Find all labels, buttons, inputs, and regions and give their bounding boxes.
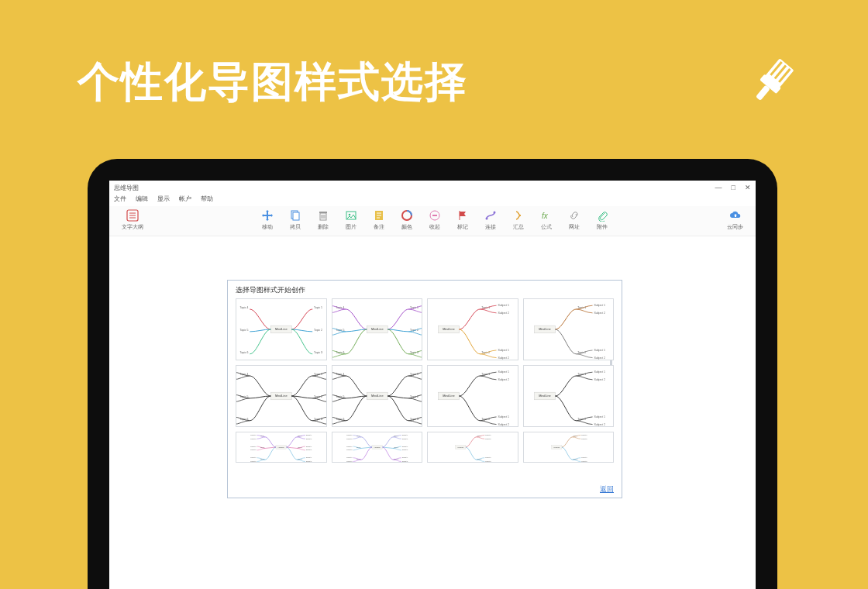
svg-text:Subject 1: Subject 1 [250, 434, 256, 436]
color-button[interactable]: 颜色 [396, 209, 418, 231]
cloud-sync-button[interactable]: 云同步 [722, 209, 748, 231]
collapse-icon [429, 209, 441, 222]
mark-button[interactable]: 标记 [452, 209, 474, 231]
template-thumb-1[interactable]: MindLineTopic 1Subject 1Subject 2Topic 2… [332, 298, 423, 360]
svg-text:Subject 2: Subject 2 [594, 423, 604, 426]
template-thumb-7[interactable]: MindLineTopic 1Subject 1Subject 2Topic 2… [523, 365, 615, 427]
svg-text:MindLine: MindLine [275, 394, 288, 398]
svg-rect-11 [293, 212, 299, 220]
formula-icon: fx [540, 209, 553, 222]
tb-label: 公式 [541, 223, 552, 231]
style-picker-dialog: 选择导图样式开始创作 MindLineTopic 1Topic 2Topic 3… [227, 280, 622, 498]
note-button[interactable]: 备注 [368, 209, 390, 231]
template-thumb-11[interactable]: MindLineTopic 1Subject 1Subject 2Topic 2… [523, 432, 615, 463]
menu-file[interactable]: 文件 [114, 195, 126, 203]
svg-text:Subject 2: Subject 2 [250, 449, 256, 450]
svg-text:Subject 2: Subject 2 [594, 356, 604, 360]
palette-icon [401, 209, 413, 222]
template-thumb-2[interactable]: MindLineTopic 1Subject 1Subject 2Topic 2… [427, 298, 518, 360]
template-thumb-0[interactable]: MindLineTopic 1Topic 2Topic 3Topic 4Topi… [236, 298, 327, 360]
tb-label: 移动 [262, 223, 273, 231]
maximize-button[interactable]: □ [732, 184, 735, 191]
menu-account[interactable]: 帐户 [179, 195, 191, 203]
svg-text:Subject 2: Subject 2 [346, 449, 352, 450]
template-thumb-10[interactable]: MindLineTopic 1Subject 1Subject 2Topic 2… [427, 432, 518, 463]
svg-text:Subject 1: Subject 1 [498, 349, 508, 352]
image-button[interactable]: 图片 [340, 209, 362, 231]
attach-icon [596, 209, 608, 222]
svg-point-18 [349, 214, 351, 216]
svg-text:Subject 1: Subject 1 [250, 456, 256, 458]
svg-point-27 [486, 218, 488, 220]
outline-button[interactable]: 文字大纲 [117, 209, 148, 231]
tb-label: 标记 [457, 223, 468, 231]
summary-icon [512, 209, 525, 222]
canvas-area: 选择导图样式开始创作 MindLineTopic 1Topic 2Topic 3… [109, 236, 756, 589]
svg-text:Subject 1: Subject 1 [498, 370, 508, 374]
template-thumb-5[interactable]: MindLineTopic 1Subject 1Subject 2Topic 2… [332, 365, 423, 427]
menubar: 文件 编辑 显示 帐户 帮助 [109, 193, 756, 206]
url-button[interactable]: 网址 [563, 209, 585, 231]
collapse-button[interactable]: 收起 [424, 209, 446, 231]
template-thumb-4[interactable]: MindLineTopic 1Subject 1Subject 2Topic 2… [236, 365, 327, 427]
attach-button[interactable]: 附件 [591, 209, 613, 231]
delete-button[interactable]: 删除 [312, 209, 334, 231]
tb-label: 附件 [597, 223, 608, 231]
formula-button[interactable]: fx公式 [536, 209, 557, 231]
menu-edit[interactable]: 编辑 [136, 195, 148, 203]
svg-text:MindLine: MindLine [370, 328, 383, 331]
svg-text:Topic 4: Topic 4 [239, 306, 248, 309]
move-icon [261, 209, 274, 222]
svg-text:MindLine: MindLine [539, 394, 551, 398]
svg-text:Subject 2: Subject 2 [498, 378, 508, 381]
svg-text:Topic 1: Topic 1 [314, 306, 322, 309]
copy-icon [289, 209, 301, 222]
svg-text:Subject 1: Subject 1 [594, 415, 604, 418]
svg-point-28 [494, 212, 496, 214]
connect-button[interactable]: 连接 [480, 209, 501, 231]
svg-text:MindLine: MindLine [443, 328, 455, 331]
connect-icon [484, 209, 497, 222]
tb-label: 网址 [569, 223, 580, 231]
menu-help[interactable]: 帮助 [201, 195, 213, 203]
svg-text:Subject 2: Subject 2 [498, 423, 508, 426]
template-thumb-9[interactable]: MindLineTopic 1Subject 1Subject 2Topic 2… [332, 432, 423, 463]
svg-text:MindLine: MindLine [370, 394, 383, 398]
svg-rect-5 [756, 85, 770, 101]
menu-view[interactable]: 显示 [157, 195, 170, 203]
template-thumb-6[interactable]: MindLineTopic 1Subject 1Subject 2Topic 2… [427, 365, 518, 427]
copy-button[interactable]: 拷贝 [284, 209, 306, 231]
svg-text:Subject 2: Subject 2 [250, 438, 256, 439]
tb-label: 图片 [346, 223, 356, 231]
svg-text:Subject 1: Subject 1 [594, 304, 604, 307]
tb-label: 拷贝 [290, 223, 301, 231]
svg-text:Subject 2: Subject 2 [485, 460, 491, 462]
template-thumb-3[interactable]: MindLineTopic 1Subject 1Subject 2Topic 2… [523, 298, 615, 360]
outline-label: 文字大纲 [122, 223, 143, 231]
outline-icon [126, 209, 139, 222]
svg-text:Subject 2: Subject 2 [401, 449, 407, 450]
svg-text:Subject 1: Subject 1 [401, 456, 407, 458]
tb-label: 连接 [485, 223, 496, 231]
minimize-button[interactable]: — [715, 184, 722, 191]
svg-text:Subject 2: Subject 2 [498, 356, 508, 360]
svg-text:Subject 2: Subject 2 [485, 438, 491, 439]
svg-text:Subject 1: Subject 1 [346, 446, 352, 447]
close-button[interactable]: ✕ [745, 184, 751, 191]
template-thumb-8[interactable]: MindLineTopic 1Subject 1Subject 2Topic 2… [236, 432, 327, 463]
svg-rect-13 [319, 212, 327, 213]
app-window: 思维导图 — □ ✕ 文件 编辑 显示 帐户 帮助 文字大纲 [109, 181, 756, 589]
svg-text:Subject 1: Subject 1 [401, 434, 407, 436]
tb-label: 颜色 [401, 223, 412, 231]
back-link[interactable]: 返回 [600, 484, 614, 494]
svg-text:Subject 2: Subject 2 [306, 449, 312, 450]
svg-text:Topic 5: Topic 5 [239, 329, 248, 332]
titlebar: 思维导图 — □ ✕ [109, 181, 756, 193]
tb-label: 备注 [374, 223, 384, 231]
window-controls: — □ ✕ [715, 184, 751, 191]
summary-button[interactable]: 汇总 [508, 209, 529, 231]
cloud-icon [728, 209, 741, 222]
tb-label: 收起 [429, 223, 440, 231]
move-button[interactable]: 移动 [257, 209, 278, 231]
svg-text:Subject 1: Subject 1 [306, 456, 312, 458]
